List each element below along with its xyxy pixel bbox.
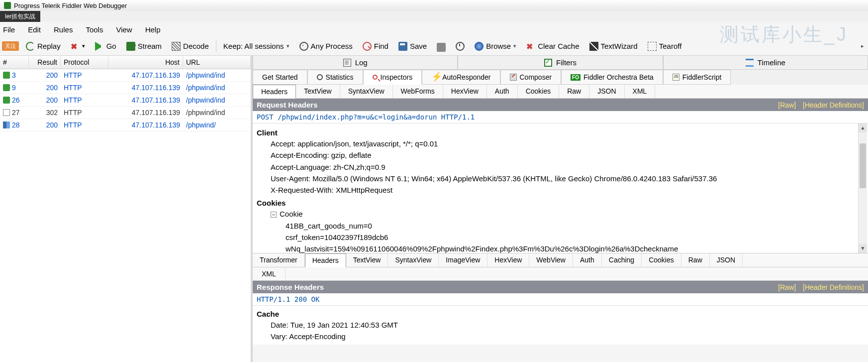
col-protocol[interactable]: Protocol — [61, 56, 108, 69]
tab-fiddlerscript[interactable]: JSFiddlerScript — [663, 70, 731, 85]
raw-link[interactable]: [Raw] — [778, 101, 796, 109]
tab-fiddler-orchestra[interactable]: FOFiddler Orchestra Beta — [561, 70, 663, 85]
session-row[interactable]: 27302HTTP47.107.116.139/phpwind/ind — [0, 107, 251, 119]
req-tab-webforms[interactable]: WebForms — [393, 85, 443, 98]
tearoff-button[interactable]: Tearoff — [645, 40, 685, 52]
any-process-button[interactable]: Any Process — [296, 40, 356, 52]
inspect-icon — [373, 75, 378, 80]
tab-log[interactable]: Log — [253, 56, 458, 70]
session-row[interactable]: 3200HTTP47.107.116.139/phpwind/ind — [0, 69, 251, 82]
menu-edit[interactable]: Edit — [28, 25, 41, 34]
scroll-up-icon[interactable]: ▲ — [859, 123, 867, 132]
col-result[interactable]: Result — [29, 56, 61, 69]
resp-tab-raw[interactable]: Raw — [681, 253, 710, 267]
menu-view[interactable]: View — [116, 25, 132, 34]
replay-button[interactable]: Replay — [23, 40, 64, 52]
go-button[interactable]: Go — [92, 40, 119, 52]
resp-tab-imageview[interactable]: ImageView — [439, 253, 487, 267]
session-row[interactable]: 28200HTTP47.107.116.139/phpwind/ — [0, 119, 251, 131]
scrollbar[interactable]: ▲ ▼ — [858, 123, 867, 253]
title-text: Progress Telerik Fiddler Web Debugger — [14, 2, 127, 9]
save-button[interactable]: Save — [395, 40, 430, 52]
col-host[interactable]: Host — [108, 56, 183, 69]
cookie-line[interactable]: 41BB_cart_goods_num=0 — [257, 220, 864, 232]
cookie-line[interactable]: wNq_lastvisit=1594%091611060046%09%2Fphp… — [257, 243, 864, 253]
textwizard-button[interactable]: TextWizard — [586, 40, 641, 52]
resp-tab-textview[interactable]: TextView — [346, 253, 388, 267]
timer-button[interactable] — [453, 40, 468, 52]
menu-rules[interactable]: Rules — [54, 25, 73, 34]
menu-tools[interactable]: Tools — [86, 25, 103, 34]
resp-tab-xml[interactable]: XML — [253, 267, 286, 280]
resp-tab-json[interactable]: JSON — [710, 253, 743, 267]
req-tab-auth[interactable]: Auth — [487, 85, 518, 98]
browse-button[interactable]: Browse — [472, 40, 519, 52]
session-type-icon — [3, 121, 10, 128]
resp-tab-caching[interactable]: Caching — [602, 253, 642, 267]
cookie-line[interactable]: csrf_token=10402397f189dcb6 — [257, 232, 864, 243]
tab-composer[interactable]: Composer — [500, 70, 562, 85]
scroll-down-icon[interactable]: ▼ — [859, 244, 867, 253]
upper-tabs: Log Filters Timeline — [253, 56, 868, 70]
cookie-node[interactable]: −Cookie — [257, 208, 864, 220]
replay-icon — [26, 42, 35, 51]
toolbar-overflow[interactable]: ▸ — [861, 43, 864, 49]
stream-button[interactable]: Stream — [123, 40, 165, 52]
header-line[interactable]: Accept-Language: zh-CN,zh;q=0.9 — [257, 161, 864, 173]
response-headers-body[interactable]: Cache Date: Tue, 19 Jan 2021 12:40:53 GM… — [253, 306, 868, 345]
header-defs-link[interactable]: [Header Definitions] — [803, 101, 864, 109]
header-line[interactable]: User-Agent: Mozilla/5.0 (Windows NT 6.1;… — [257, 173, 864, 184]
tab-get-started[interactable]: Get Started — [253, 70, 307, 85]
request-headers-panel-header: Request Headers [Raw] [Header Definition… — [253, 99, 868, 111]
resp-tab-transformer[interactable]: Transformer — [253, 253, 305, 267]
req-tab-hexview[interactable]: HexView — [443, 85, 487, 98]
toolbar: 关注 Replay ✖▾ Go Stream Decode Keep: All … — [0, 37, 868, 56]
camera-button[interactable] — [434, 40, 449, 52]
session-row[interactable]: 9200HTTP47.107.116.139/phpwind/ind — [0, 82, 251, 94]
tab-statistics[interactable]: Statistics — [307, 70, 363, 85]
resp-header-line[interactable]: Vary: Accept-Encoding — [257, 331, 864, 342]
find-icon — [363, 42, 372, 51]
req-tab-xml[interactable]: XML — [625, 85, 656, 98]
attention-pill[interactable]: 关注 — [2, 41, 19, 51]
session-row[interactable]: 26200HTTP47.107.116.139/phpwind/ind — [0, 94, 251, 107]
tab-autoresponder[interactable]: ⚡AutoResponder — [422, 70, 500, 85]
header-line[interactable]: Accept: application/json, text/javascrip… — [257, 138, 864, 149]
menu-file[interactable]: File — [3, 25, 15, 34]
req-tab-raw[interactable]: Raw — [559, 85, 589, 98]
req-tab-textview[interactable]: TextView — [296, 85, 340, 98]
resp-header-defs-link[interactable]: [Header Definitions] — [803, 283, 864, 291]
response-tabs-row1: TransformerHeadersTextViewSyntaxViewImag… — [253, 253, 868, 267]
resp-raw-link[interactable]: [Raw] — [778, 283, 796, 291]
col-num[interactable]: # — [0, 56, 29, 69]
resp-tab-hexview[interactable]: HexView — [487, 253, 529, 267]
request-headers-body[interactable]: Client Accept: application/json, text/ja… — [253, 123, 868, 253]
resp-tab-webview[interactable]: WebView — [529, 253, 573, 267]
titlebar: Progress Telerik Fiddler Web Debugger — [0, 0, 868, 11]
resp-header-line[interactable]: Date: Tue, 19 Jan 2021 12:40:53 GMT — [257, 319, 864, 331]
grid-body[interactable]: 3200HTTP47.107.116.139/phpwind/ind9200HT… — [0, 69, 251, 362]
req-tab-syntaxview[interactable]: SyntaxView — [340, 85, 393, 98]
clear-cache-button[interactable]: ✖Clear Cache — [523, 40, 582, 52]
tab-inspectors[interactable]: Inspectors — [363, 70, 422, 85]
find-button[interactable]: Find — [360, 40, 391, 52]
watermark-tab: ler抓包实战 — [0, 11, 40, 22]
remove-button[interactable]: ✖▾ — [68, 40, 88, 52]
col-url[interactable]: URL — [183, 56, 251, 69]
resp-tab-cookies[interactable]: Cookies — [642, 253, 681, 267]
menu-help[interactable]: Help — [145, 25, 161, 34]
scroll-thumb[interactable] — [860, 143, 866, 188]
req-tab-headers[interactable]: Headers — [253, 85, 296, 99]
header-line[interactable]: X-Requested-With: XMLHttpRequest — [257, 184, 864, 196]
tab-filters[interactable]: Filters — [458, 56, 663, 70]
header-line[interactable]: Accept-Encoding: gzip, deflate — [257, 149, 864, 161]
resp-tab-syntaxview[interactable]: SyntaxView — [388, 253, 439, 267]
decode-button[interactable]: Decode — [169, 40, 212, 52]
req-tab-json[interactable]: JSON — [589, 85, 624, 98]
req-tab-cookies[interactable]: Cookies — [518, 85, 560, 98]
collapse-icon[interactable]: − — [271, 212, 277, 218]
keep-dropdown[interactable]: Keep: All sessions — [220, 40, 292, 52]
tab-timeline[interactable]: Timeline — [663, 56, 868, 70]
resp-tab-headers[interactable]: Headers — [305, 253, 346, 267]
resp-tab-auth[interactable]: Auth — [573, 253, 602, 267]
